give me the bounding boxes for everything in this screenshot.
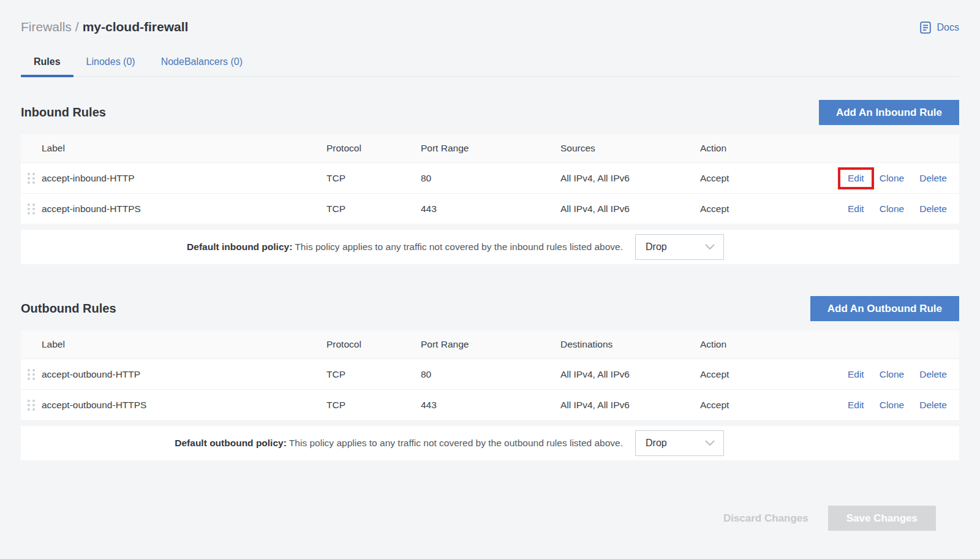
chevron-down-icon [705, 440, 715, 446]
inbound-default-policy-text: Default inbound policy: This policy appl… [21, 241, 623, 253]
rule-protocol: TCP [326, 369, 421, 380]
rule-protocol: TCP [326, 203, 421, 215]
edit-rule-link[interactable]: Edit [848, 203, 864, 215]
clone-rule-link[interactable]: Clone [880, 369, 905, 380]
docs-link[interactable]: Docs [919, 21, 959, 34]
table-row: accept-inbound-HTTPSTCP443All IPv4, All … [21, 193, 959, 224]
outbound-section-header: Outbound RulesAdd An Outbound Rule [21, 296, 959, 321]
drag-handle[interactable] [26, 202, 42, 216]
breadcrumb-firewalls-link[interactable]: Firewalls [21, 20, 72, 34]
edit-rule-link[interactable]: Edit [848, 173, 864, 183]
rule-port-range: 443 [421, 400, 560, 411]
edit-rule-link[interactable]: Edit [848, 400, 864, 411]
inbound-rules-title: Inbound Rules [21, 105, 106, 120]
default-policy-label: Default outbound policy: [175, 438, 287, 448]
outbound-rules-title: Outbound Rules [21, 302, 116, 316]
column-header-label: Label [42, 143, 326, 154]
column-header-action: Action [700, 339, 819, 350]
column-header-sources: Sources [560, 143, 700, 154]
default-policy-label: Default inbound policy: [187, 241, 292, 252]
column-header-port-range: Port Range [421, 143, 560, 154]
drag-handle[interactable] [26, 398, 42, 412]
rule-protocol: TCP [326, 173, 421, 184]
clone-rule-link[interactable]: Clone [880, 400, 905, 411]
rule-action: Accept [700, 400, 819, 411]
delete-rule-link[interactable]: Delete [919, 203, 947, 215]
column-header-label: Label [42, 339, 326, 350]
add-outbound-rule-button[interactable]: Add An Outbound Rule [810, 296, 959, 321]
rule-row-actions: EditCloneDelete [819, 173, 959, 184]
docs-icon [919, 21, 932, 34]
rule-addresses: All IPv4, All IPv6 [560, 203, 700, 215]
footer-actions: Discard Changes Save Changes [21, 506, 959, 531]
inbound-default-policy-row: Default inbound policy: This policy appl… [21, 230, 959, 264]
edit-rule-link[interactable]: Edit [848, 369, 864, 380]
delete-rule-link[interactable]: Delete [919, 369, 947, 380]
inbound-section-header: Inbound RulesAdd An Inbound Rule [21, 100, 959, 125]
rule-port-range: 443 [421, 203, 560, 215]
tab-rules[interactable]: Rules [21, 51, 74, 76]
rule-addresses: All IPv4, All IPv6 [560, 173, 700, 184]
drag-handle-icon [27, 202, 36, 216]
add-inbound-rule-button[interactable]: Add An Inbound Rule [819, 100, 959, 125]
rule-port-range: 80 [421, 173, 560, 184]
docs-label: Docs [937, 22, 959, 33]
discard-changes-button[interactable]: Discard Changes [723, 512, 809, 525]
page-header: Firewalls/my-cloud-firewall Docs [21, 20, 959, 34]
outbound-default-policy-row: Default outbound policy: This policy app… [21, 426, 959, 460]
chevron-down-icon [705, 244, 715, 250]
rule-action: Accept [700, 173, 819, 184]
delete-rule-link[interactable]: Delete [919, 400, 947, 411]
rule-row-actions: EditCloneDelete [819, 203, 959, 215]
drag-handle-icon [27, 368, 36, 381]
rule-addresses: All IPv4, All IPv6 [560, 369, 700, 380]
column-header-port-range: Port Range [421, 339, 560, 350]
clone-rule-link[interactable]: Clone [880, 203, 905, 215]
rule-sections: Inbound RulesAdd An Inbound RuleLabelPro… [21, 100, 959, 460]
rule-label: accept-outbound-HTTP [42, 369, 326, 380]
drag-handle-icon [27, 398, 36, 412]
firewall-detail-page: Firewalls/my-cloud-firewall Docs RulesLi… [0, 20, 980, 531]
table-row: accept-outbound-HTTPSTCP443All IPv4, All… [21, 389, 959, 420]
default-policy-value: Drop [646, 241, 667, 253]
rule-port-range: 80 [421, 369, 560, 380]
column-header-destinations: Destinations [560, 339, 700, 350]
breadcrumb: Firewalls/my-cloud-firewall [21, 20, 188, 34]
outbound-default-policy-text: Default outbound policy: This policy app… [21, 438, 623, 449]
default-policy-value: Drop [646, 438, 667, 449]
breadcrumb-separator: / [72, 20, 83, 34]
tab-linodes-0[interactable]: Linodes (0) [74, 51, 148, 76]
rule-label: accept-outbound-HTTPS [42, 400, 326, 411]
table-row: accept-outbound-HTTPTCP80All IPv4, All I… [21, 359, 959, 389]
drag-handle-icon [27, 172, 36, 185]
rule-action: Accept [700, 203, 819, 215]
clone-rule-link[interactable]: Clone [880, 173, 905, 184]
inbound-table-header: LabelProtocolPort RangeSourcesAction [21, 134, 959, 162]
rule-row-actions: EditCloneDelete [819, 400, 959, 411]
column-header-protocol: Protocol [326, 339, 421, 350]
drag-handle[interactable] [26, 368, 42, 381]
outbound-rules-table: LabelProtocolPort RangeDestinationsActio… [21, 330, 959, 420]
drag-handle[interactable] [26, 172, 42, 185]
column-header-action: Action [700, 143, 819, 154]
rule-action: Accept [700, 369, 819, 380]
rule-label: accept-inbound-HTTP [42, 173, 326, 184]
tab-nodebalancers-0[interactable]: NodeBalancers (0) [148, 51, 255, 76]
outbound-default-policy-select[interactable]: Drop [635, 430, 724, 456]
save-changes-button[interactable]: Save Changes [828, 506, 936, 531]
column-header-protocol: Protocol [326, 143, 421, 154]
outbound-table-header: LabelProtocolPort RangeDestinationsActio… [21, 330, 959, 359]
table-row: accept-inbound-HTTPTCP80All IPv4, All IP… [21, 162, 959, 193]
rule-addresses: All IPv4, All IPv6 [560, 400, 700, 411]
rule-protocol: TCP [326, 400, 421, 411]
inbound-rules-table: LabelProtocolPort RangeSourcesActionacce… [21, 134, 959, 224]
rule-row-actions: EditCloneDelete [819, 369, 959, 380]
delete-rule-link[interactable]: Delete [919, 173, 947, 184]
rule-label: accept-inbound-HTTPS [42, 203, 326, 215]
tab-bar: RulesLinodes (0)NodeBalancers (0) [21, 51, 959, 77]
inbound-default-policy-select[interactable]: Drop [635, 234, 724, 260]
breadcrumb-firewall-name: my-cloud-firewall [83, 20, 189, 34]
highlight-box: Edit [838, 167, 874, 189]
